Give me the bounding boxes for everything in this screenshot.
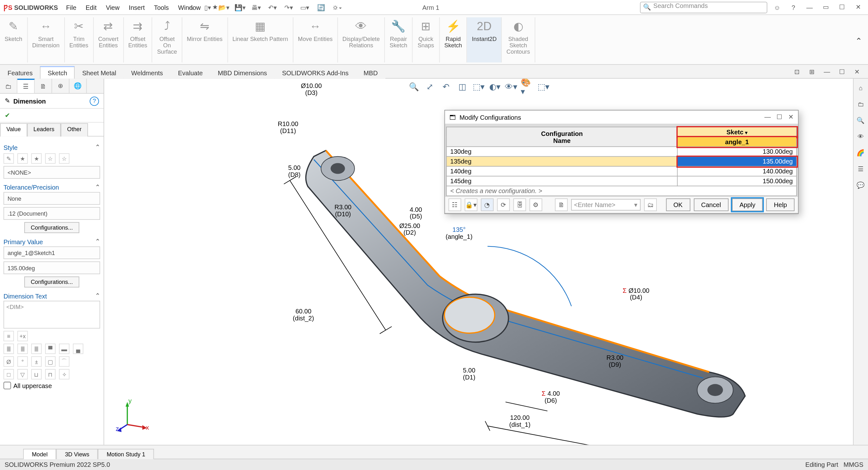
tp-appear-icon[interactable]: 🌈 xyxy=(855,147,866,158)
dim-dist2[interactable]: 60.00(dist_2) xyxy=(293,308,314,322)
dlg-max-icon[interactable]: ☐ xyxy=(776,113,782,121)
dlg-min-icon[interactable]: ― xyxy=(765,113,771,121)
style-dropdown[interactable]: <NONE> xyxy=(3,166,100,179)
uppercase-check[interactable]: All uppercase xyxy=(3,382,100,389)
sym1[interactable]: Ø xyxy=(3,356,14,367)
dim-d1[interactable]: 5.00(D1) xyxy=(463,367,475,381)
sym7[interactable]: ▽ xyxy=(18,369,28,379)
ribbon-collapse[interactable]: ⌃ xyxy=(855,36,868,45)
pp-subtab-other[interactable]: Other xyxy=(61,123,88,136)
tab-mbd-dimensions[interactable]: MBD Dimensions xyxy=(210,66,275,79)
help-badge-icon[interactable]: ? xyxy=(90,96,99,105)
tab-evaluate[interactable]: Evaluate xyxy=(170,66,210,79)
fm-tab-dim[interactable]: ⊕ xyxy=(52,79,69,93)
sym8[interactable]: ⊔ xyxy=(31,369,42,379)
tp-prop-icon[interactable]: ☰ xyxy=(855,163,866,175)
tolerance-section[interactable]: Tolerance/Precision⌃ xyxy=(3,183,100,191)
dim-dist1[interactable]: 120.00(dist_1) xyxy=(509,414,531,428)
tp-search-icon[interactable]: 🔍 xyxy=(855,115,866,126)
dt-ic1[interactable]: ≡ xyxy=(3,331,14,341)
vp-min-icon[interactable]: ― xyxy=(821,65,833,78)
cfg-name[interactable]: 135deg xyxy=(446,157,677,166)
apply-button[interactable]: Apply xyxy=(732,198,763,211)
tp-home-icon[interactable]: ⌂ xyxy=(855,82,866,94)
ok-check-icon[interactable]: ✔ xyxy=(5,112,10,119)
style-ic4[interactable]: ☆ xyxy=(45,153,56,164)
pv-name-field[interactable]: angle_1@Sketch1 xyxy=(3,246,100,259)
menu-file[interactable]: File xyxy=(61,2,81,13)
fm-tab-appearance[interactable]: 🌐 xyxy=(69,79,87,93)
dim-angle[interactable]: 135°(angle_1) xyxy=(445,226,472,240)
style-section[interactable]: Style⌃ xyxy=(3,144,100,151)
cfg-name[interactable]: 130deg xyxy=(446,147,677,157)
dlg-tb-ic6[interactable]: ⚙ xyxy=(530,198,542,211)
tp-lib-icon[interactable]: 🗀 xyxy=(855,98,866,110)
just-c[interactable]: ≣ xyxy=(18,344,28,354)
vp-close-icon[interactable]: ✕ xyxy=(850,65,863,78)
just-m[interactable]: ▬ xyxy=(59,344,69,354)
just-t[interactable]: ▀ xyxy=(45,344,56,354)
ribbon-shaded-sketch-contours[interactable]: ◐ShadedSketchContours xyxy=(502,18,535,63)
home-icon[interactable]: ⌂ xyxy=(185,1,198,14)
ribbon-move-entities[interactable]: ↔Move Entities xyxy=(293,18,338,63)
tab-sheet-metal[interactable]: Sheet Metal xyxy=(75,66,124,79)
help-button[interactable]: Help xyxy=(766,198,795,211)
dialog-titlebar[interactable]: 🗔 Modify Configurations ― ☐ ✕ xyxy=(445,111,798,124)
new-icon[interactable]: ▯▾ xyxy=(202,1,214,14)
ribbon-display-delete-relations[interactable]: 👁Display/DeleteRelations xyxy=(338,18,385,63)
col-config[interactable]: Configuration Name xyxy=(446,127,677,147)
user-icon[interactable]: ☺ xyxy=(771,1,783,14)
pp-subtab-value[interactable]: Value xyxy=(0,123,27,136)
tab-sketch[interactable]: Sketch xyxy=(40,66,75,79)
menu-edit[interactable]: Edit xyxy=(81,2,101,13)
ribbon-sketch[interactable]: ✎Sketch xyxy=(0,18,28,63)
rebuild-icon[interactable]: 🔄 xyxy=(315,1,328,14)
ribbon-linear-sketch-pattern[interactable]: ▦Linear Sketch Pattern xyxy=(228,18,293,63)
ribbon-offset-on-surface[interactable]: ⤴OffsetOnSurface xyxy=(153,18,182,63)
sym9[interactable]: ⊓ xyxy=(45,369,56,379)
enter-name-field[interactable]: <Enter Name>▾ xyxy=(571,199,641,211)
create-config-row[interactable]: < Creates a new configuration. > xyxy=(446,186,797,196)
cfg-value[interactable]: 150.00deg xyxy=(677,176,797,186)
dt-ic2[interactable]: +x xyxy=(18,331,28,341)
dimtext-section[interactable]: Dimension Text⌃ xyxy=(3,292,100,300)
save-icon[interactable]: 💾▾ xyxy=(234,1,247,14)
dlg-tb-ic3[interactable]: ◔ xyxy=(481,198,494,211)
dimtext-area[interactable]: <DIM> xyxy=(3,301,100,328)
dlg-tb-ic8[interactable]: 🗂 xyxy=(644,198,657,211)
ribbon-mirror-entities[interactable]: ⇋Mirror Entities xyxy=(182,18,228,63)
ribbon-repair-sketch[interactable]: 🔧RepairSketch xyxy=(385,18,413,63)
open-icon[interactable]: 📂▾ xyxy=(218,1,230,14)
sym10[interactable]: ✧ xyxy=(59,369,69,379)
tab-features[interactable]: Features xyxy=(0,66,40,79)
dim-d9[interactable]: R3.00(D9) xyxy=(607,354,623,368)
ribbon-convert-entities[interactable]: ⇄ConvertEntities xyxy=(93,18,124,63)
dlg-tb-ic5[interactable]: 🗄 xyxy=(514,198,526,211)
menu-tools[interactable]: Tools xyxy=(149,2,174,13)
btab-model[interactable]: Model xyxy=(23,449,56,459)
redo-icon[interactable]: ↷▾ xyxy=(282,1,295,14)
dlg-tb-ic1[interactable]: ☷ xyxy=(448,198,461,211)
col-sketch[interactable]: Sketc ▾ xyxy=(677,127,797,137)
tab-weldments[interactable]: Weldments xyxy=(124,66,170,79)
ribbon-quick-snaps[interactable]: ⊞QuickSnaps xyxy=(412,18,440,63)
sym6[interactable]: □ xyxy=(3,369,14,379)
tolerance-precision[interactable]: .12 (Document) xyxy=(3,207,100,220)
pp-subtabs[interactable]: ValueLeadersOther xyxy=(0,123,103,136)
pp-subtab-leaders[interactable]: Leaders xyxy=(27,123,61,136)
min-icon[interactable]: ― xyxy=(803,1,816,14)
style-ic5[interactable]: ☆ xyxy=(59,153,69,164)
graphics-area[interactable]: 🔍 ⤢ ↶ ◫ ⬚▾ ◐▾ 👁▾ 🎨▾ ⬚▾ xyxy=(104,79,853,445)
sym5[interactable]: ⌒ xyxy=(59,356,69,367)
undo-icon[interactable]: ↶▾ xyxy=(266,1,279,14)
style-ic3[interactable]: ★ xyxy=(31,153,42,164)
sym4[interactable]: ▢ xyxy=(45,356,56,367)
ribbon-instant2d[interactable]: 2DInstant2D xyxy=(467,18,502,63)
dlg-tb-ic4[interactable]: ⟳ xyxy=(497,198,510,211)
tab-solidworks-add-ins[interactable]: SOLIDWORKS Add-Ins xyxy=(275,66,356,79)
dim-d11[interactable]: R10.00(D11) xyxy=(278,120,298,134)
ribbon-trim-entities[interactable]: ✂TrimEntities xyxy=(65,18,94,63)
search-commands[interactable]: 🔍 Search Commands xyxy=(640,2,767,13)
dim-d4[interactable]: Σ Ø10.00(D4) xyxy=(623,287,649,301)
ribbon-smart-dimension[interactable]: ↔SmartDimension xyxy=(28,18,65,63)
